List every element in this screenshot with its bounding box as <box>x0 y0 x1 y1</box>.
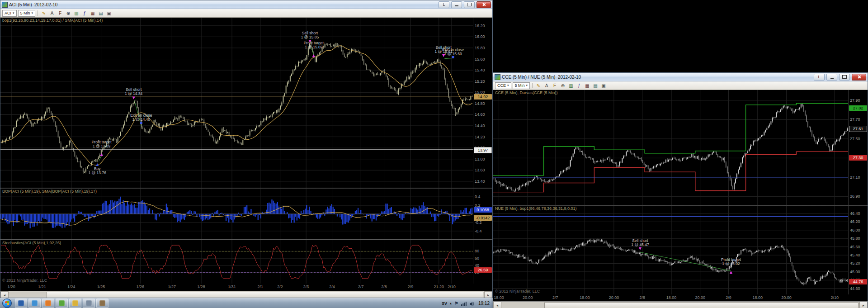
start-button[interactable] <box>2 299 12 308</box>
strategies-icon[interactable]: ▦ <box>89 10 96 16</box>
indicators-icon[interactable]: ƒ <box>81 10 88 16</box>
taskbar-app-icon-3[interactable] <box>42 299 54 308</box>
taskbar-app-icon-4-glyph <box>59 300 65 306</box>
taskbar-app-icon-5-glyph <box>72 300 78 306</box>
volume-icon[interactable] <box>470 301 476 306</box>
cce-price-axis[interactable]: 27.9027.7027.5027.3027.1026.9027.8227.61… <box>848 90 868 205</box>
chart-body: CCE (5 Min), Darvas(CCE (5 Min)) 27.9027… <box>493 90 868 308</box>
taskbar-app-icon-1[interactable] <box>15 299 27 308</box>
scroll-left-button[interactable]: ◂ <box>493 302 501 308</box>
x-axis-label: 2/7 <box>552 295 558 300</box>
bop-chart-canvas[interactable] <box>0 189 473 239</box>
crosshair-icon[interactable]: ⊕ <box>65 10 72 16</box>
window-title: ACI (5 Min) 2012-02-10 <box>9 2 437 7</box>
network-icon[interactable] <box>461 301 467 306</box>
link-button[interactable]: L <box>814 74 825 81</box>
nue-panel: NUE (5 Min), bop1(96,46,78,36,36,31,9,0.… <box>493 206 868 294</box>
fibonacci-tool-icon[interactable]: F <box>551 82 558 89</box>
instrument-dropdown[interactable]: CCE ▾ <box>495 82 511 89</box>
interval-dropdown[interactable]: 5 Min ▾ <box>18 10 36 17</box>
taskbar-app-icon-7-glyph <box>99 300 105 306</box>
chart-style-icon[interactable]: ▥ <box>73 10 80 16</box>
taskbar-app-icon-7[interactable] <box>96 299 108 308</box>
hidden-icons-button[interactable]: ▴ <box>450 301 452 305</box>
close-button[interactable] <box>852 74 866 81</box>
instrument-dropdown[interactable]: ACI ▾ <box>2 10 17 17</box>
x-axis-label: 1/26 <box>137 284 145 289</box>
data-box-icon[interactable]: ▤ <box>592 82 599 89</box>
axis-tick-label: 16.00 <box>475 34 485 39</box>
nue-chart-canvas[interactable]: Sell short1 @ 45.47Profit target1 @ 45.0… <box>493 206 848 294</box>
time-axis[interactable]: 1/201/211/241/251/261/271/281/312/12/22/… <box>0 284 492 291</box>
crosshair-icon[interactable]: ⊕ <box>559 82 566 89</box>
axis-tick-label: 15.40 <box>475 68 485 72</box>
x-axis-label: 2/8 <box>381 284 387 289</box>
stochastics-panel: Stochastics(ACI (5 Min),1,92,26) 8060402… <box>0 240 492 284</box>
windows-logo-icon <box>5 301 9 306</box>
titlebar[interactable]: ACI (5 Min) 2012-02-10 L <box>0 0 492 9</box>
minimize-button[interactable] <box>451 1 462 8</box>
price-badge: 0.1068 <box>474 207 492 213</box>
price-badge: 27.30 <box>849 155 867 161</box>
scroll-right-button[interactable]: ▸ <box>859 302 868 308</box>
draw-tools-icon[interactable]: ✎ <box>535 82 542 89</box>
close-button[interactable] <box>476 1 491 8</box>
stochastics-axis[interactable]: 8060402026.59 <box>473 240 492 284</box>
stochastics-chart-canvas[interactable] <box>0 240 473 284</box>
taskbar-app-icon-4[interactable] <box>56 299 68 308</box>
taskbar: SV ▴ ⚑ 19:12 <box>0 298 493 308</box>
price-badge: 44.76 <box>849 279 867 284</box>
axis-tick-label: 45.40 <box>850 253 860 257</box>
clock[interactable]: 19:12 <box>478 301 490 306</box>
fibonacci-tool-icon[interactable]: F <box>57 10 64 16</box>
snapshot-icon[interactable]: ▣ <box>600 82 607 89</box>
link-button[interactable]: L <box>439 1 449 8</box>
price-chart-canvas[interactable]: Buy1 @ 13.76Profit target1 @ 13.89Sell s… <box>0 18 473 188</box>
trade-marker-target: Profit target1 @ 45.02 <box>721 257 741 274</box>
taskbar-app-icon-2-glyph <box>32 300 38 306</box>
maximize-button[interactable] <box>464 1 475 8</box>
text-tool-icon[interactable]: A <box>543 82 550 89</box>
interval-dropdown[interactable]: 5 Min ▾ <box>513 82 530 89</box>
indicators-icon[interactable]: ƒ <box>576 82 583 89</box>
cce-chart-canvas[interactable] <box>493 90 848 205</box>
maximize-button[interactable] <box>839 74 850 81</box>
x-axis-label: 2/10 <box>448 284 456 289</box>
action-center-icon[interactable]: ⚑ <box>454 301 458 306</box>
scroll-track[interactable] <box>501 302 859 308</box>
cce-nue-chart-window: CCE (5 Min) / NUE (5 Min) 2012-02-10 L C… <box>493 72 868 308</box>
scroll-thumb[interactable] <box>47 292 483 298</box>
x-axis-label: 20:00 <box>781 295 792 300</box>
titlebar[interactable]: CCE (5 Min) / NUE (5 Min) 2012-02-10 L <box>493 73 868 81</box>
nue-price-axis[interactable]: 46.4046.2046.0045.8045.6045.4045.2045.00… <box>848 206 868 294</box>
taskbar-app-icon-2[interactable] <box>28 299 41 308</box>
draw-tools-icon[interactable]: ✎ <box>40 10 47 16</box>
x-axis-label: 1/21 <box>38 284 46 289</box>
text-tool-icon[interactable]: A <box>48 10 56 16</box>
window-icon <box>2 2 8 8</box>
bop-axis[interactable]: 0.40.2-0.2-0.40.1068-0.0142 <box>473 189 492 239</box>
data-box-icon[interactable]: ▤ <box>97 10 104 16</box>
x-axis-label: 18:00 <box>494 295 504 300</box>
price-axis[interactable]: 16.2016.0015.8015.6015.4015.2015.0014.80… <box>473 18 492 188</box>
trade-marker-short: Sell short1 @ 14.84 <box>125 87 143 99</box>
axis-tick-label: -0.4 <box>475 229 482 233</box>
axis-tick-label: 16.20 <box>475 24 485 28</box>
snapshot-icon[interactable]: ▣ <box>105 10 113 16</box>
strategies-icon[interactable]: ▦ <box>584 82 591 89</box>
language-indicator[interactable]: SV <box>442 301 447 306</box>
price-badge: 27.82 <box>849 105 867 111</box>
taskbar-app-icon-5[interactable] <box>69 299 81 308</box>
chart-style-icon[interactable]: ▥ <box>567 82 575 89</box>
time-axis[interactable]: 18:0020:002/718:0020:002/818:0020:002/91… <box>493 294 868 301</box>
desktop: ACI (5 Min) 2012-02-10 L ACI ▾ 5 Min ▾ ✎… <box>0 0 868 308</box>
axis-tick-label: 13.80 <box>475 157 485 161</box>
svg-text:1 @ 13.89: 1 @ 13.89 <box>93 144 111 148</box>
taskbar-app-icon-6[interactable] <box>83 299 95 308</box>
taskbar-app-icon-3-glyph <box>45 300 51 306</box>
chart-body: bop1(92,26,90,23,14,19,17,0.01) / SMA(AC… <box>0 18 492 298</box>
axis-tick-label: 14.40 <box>475 123 485 128</box>
minimize-button[interactable] <box>826 74 837 81</box>
x-axis-label: 1/25 <box>97 284 105 289</box>
scroll-thumb[interactable] <box>544 302 859 308</box>
